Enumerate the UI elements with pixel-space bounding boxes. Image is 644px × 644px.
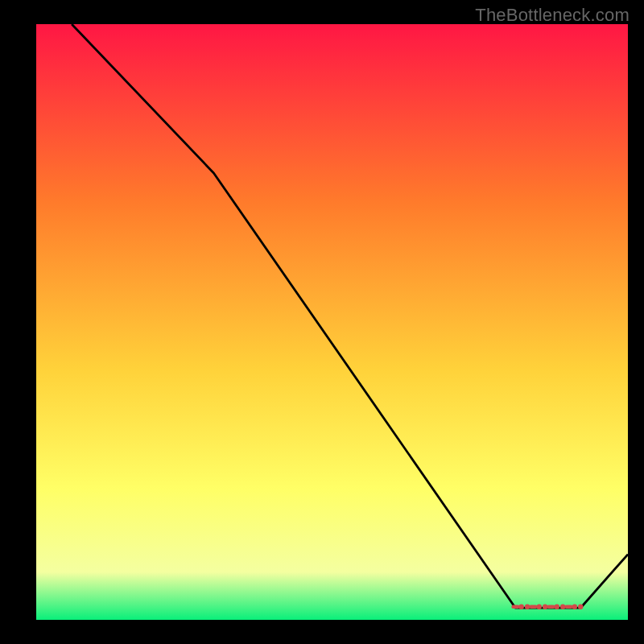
marker-dot [519,605,524,609]
chart-svg [0,0,644,644]
watermark-text: TheBottleneck.com [475,5,630,26]
marker-dash [529,605,537,609]
marker-dot [560,605,565,609]
marker-dot [537,605,542,609]
marker-dash [511,605,519,609]
marker-dot [525,605,530,609]
marker-dot [543,605,547,609]
plot-background [36,24,628,620]
marker-dash [565,605,573,609]
marker-dot [578,605,583,609]
marker-dot [555,605,559,609]
marker-dash [547,605,555,609]
chart-container: TheBottleneck.com [0,0,644,644]
marker-dot [572,605,577,609]
